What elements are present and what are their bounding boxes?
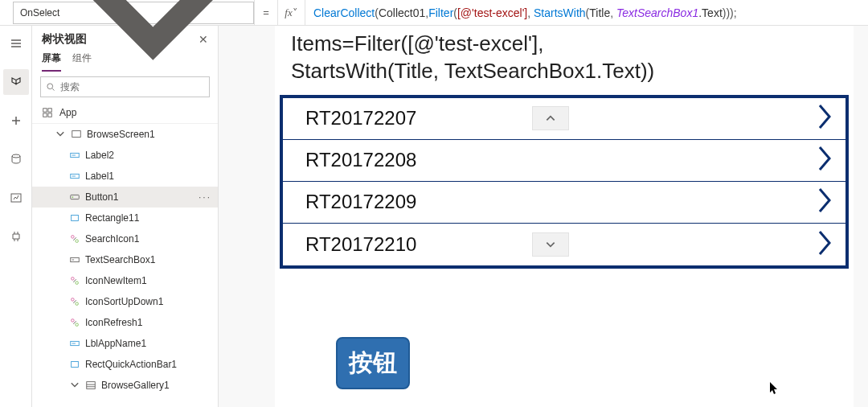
tree-node-label: Label1	[85, 171, 114, 182]
label-icon	[69, 171, 80, 182]
svg-point-16	[72, 278, 75, 281]
chevron-right-icon[interactable]	[815, 144, 834, 176]
svg-rect-7	[72, 131, 81, 138]
gallery-row[interactable]: RT20172210	[283, 224, 845, 265]
tree-node-label: LblAppName1	[85, 338, 146, 349]
svg-point-20	[72, 319, 75, 323]
tree-node-label: BrowseGallery1	[101, 380, 170, 391]
tree-view-panel: 树状视图 ✕ 屏幕 组件 App BrowseScreen1Label2Labe…	[32, 26, 219, 407]
rail-tools-icon[interactable]	[3, 224, 29, 249]
search-icon	[46, 82, 55, 92]
browse-gallery[interactable]: RT20172207RT20172208RT20172209RT20172210	[280, 95, 849, 269]
app-icon	[42, 107, 53, 118]
tree-node-label: SearchIcon1	[85, 233, 139, 245]
svg-point-0	[12, 154, 20, 158]
formula-bar[interactable]: ClearCollect(Collect01,Filter([@'test-ex…	[305, 6, 868, 19]
gallery-icon	[85, 380, 96, 391]
tree-node-iconsortupdown1[interactable]: IconSortUpDown1	[32, 291, 218, 312]
button-icon	[69, 191, 80, 203]
app-label: App	[59, 107, 76, 118]
screen-preview: Items=Filter([@'test-excel'], StartsWith…	[275, 26, 854, 407]
search-input[interactable]	[40, 76, 210, 97]
iconctrl-icon	[69, 233, 80, 245]
rect-icon	[69, 212, 80, 224]
svg-point-14	[76, 240, 79, 243]
gallery-row[interactable]: RT20172208	[283, 140, 845, 182]
tree-node-label: BrowseScreen1	[87, 129, 155, 140]
gallery-row[interactable]: RT20172209	[283, 182, 845, 224]
items-heading: Items=Filter([@'test-excel'], StartsWith…	[275, 26, 854, 95]
rail-data-icon[interactable]	[3, 146, 29, 172]
property-selector-value: OnSelect	[20, 7, 59, 18]
tree-node-searchicon1[interactable]: SearchIcon1	[32, 228, 218, 249]
close-icon[interactable]: ✕	[199, 33, 208, 46]
chevron-right-icon[interactable]	[815, 186, 834, 218]
button-control[interactable]: 按钮	[336, 337, 410, 389]
svg-point-19	[76, 302, 79, 306]
svg-rect-6	[48, 113, 51, 117]
svg-point-13	[72, 236, 75, 239]
search-field[interactable]	[60, 81, 204, 92]
svg-rect-12	[72, 216, 79, 221]
tree-node-label: RectQuickActionBar1	[85, 359, 177, 370]
rect-icon	[69, 359, 80, 370]
svg-rect-24	[87, 382, 96, 389]
iconctrl-icon	[69, 317, 80, 328]
rail-hamburger-icon[interactable]	[3, 31, 29, 56]
tree-node-rectquickactionbar1[interactable]: RectQuickActionBar1	[32, 354, 218, 375]
textbox-icon	[69, 254, 80, 265]
gallery-row-title: RT20172208	[283, 149, 845, 171]
svg-point-17	[76, 282, 79, 285]
gallery-row[interactable]: RT20172207	[283, 98, 845, 140]
tree-node-label: Button1	[85, 191, 118, 203]
tree-node-label1[interactable]: Label1	[32, 166, 218, 187]
svg-rect-15	[71, 257, 80, 261]
label-icon	[69, 150, 80, 161]
iconctrl-icon	[69, 296, 80, 307]
svg-point-18	[72, 298, 75, 302]
tree-node-iconnewitem1[interactable]: IconNewItem1	[32, 270, 218, 291]
tree-node-rectangle11[interactable]: Rectangle11	[32, 208, 218, 228]
label-icon	[69, 338, 80, 349]
tree-node-label: Label2	[85, 150, 114, 161]
tab-screens[interactable]: 屏幕	[42, 51, 61, 72]
svg-rect-5	[43, 113, 47, 117]
chevron-down-icon	[69, 380, 80, 391]
chevron-down-icon	[55, 129, 66, 140]
equals-label: =	[254, 0, 278, 25]
chevron-right-icon[interactable]	[815, 228, 834, 261]
tree-node-iconrefresh1[interactable]: IconRefresh1	[32, 312, 218, 333]
tree-node-textsearchbox1[interactable]: TextSearchBox1	[32, 249, 218, 270]
svg-point-21	[76, 323, 79, 327]
tree-node-button1[interactable]: Button1···	[32, 187, 218, 208]
scroll-up-button[interactable]	[532, 106, 569, 130]
tree-node-lblappname1[interactable]: LblAppName1	[32, 333, 218, 354]
tree-node-browsegallery1[interactable]: BrowseGallery1	[32, 375, 218, 396]
svg-rect-10	[71, 195, 80, 199]
canvas[interactable]: Items=Filter([@'test-excel'], StartsWith…	[219, 26, 868, 407]
rail-media-icon[interactable]	[3, 185, 29, 211]
tree-node-label: IconRefresh1	[85, 317, 142, 328]
fx-label[interactable]: fx˅	[278, 0, 305, 25]
tree-node-browsescreen1[interactable]: BrowseScreen1	[32, 124, 218, 145]
tree-node-label2[interactable]: Label2	[32, 145, 218, 166]
tab-components[interactable]: 组件	[72, 51, 92, 72]
tree-list: BrowseScreen1Label2Label1Button1···Recta…	[32, 124, 218, 407]
tree-app-node[interactable]: App	[32, 102, 218, 124]
svg-rect-4	[48, 109, 51, 112]
property-selector[interactable]: OnSelect	[13, 2, 254, 24]
svg-rect-23	[72, 362, 79, 368]
gallery-row-title: RT20172209	[283, 191, 845, 213]
left-rail	[0, 26, 32, 407]
tree-node-label: Rectangle11	[85, 212, 139, 224]
svg-point-11	[72, 196, 74, 198]
iconctrl-icon	[69, 275, 80, 286]
chevron-right-icon[interactable]	[815, 102, 834, 134]
rail-insert-icon[interactable]	[3, 108, 29, 134]
rail-treeview-icon[interactable]	[3, 69, 29, 95]
scroll-down-button[interactable]	[532, 232, 569, 257]
more-icon[interactable]: ···	[199, 191, 211, 203]
cursor-icon	[768, 381, 780, 399]
screen-icon	[71, 129, 82, 140]
tree-node-label: IconNewItem1	[85, 275, 147, 286]
